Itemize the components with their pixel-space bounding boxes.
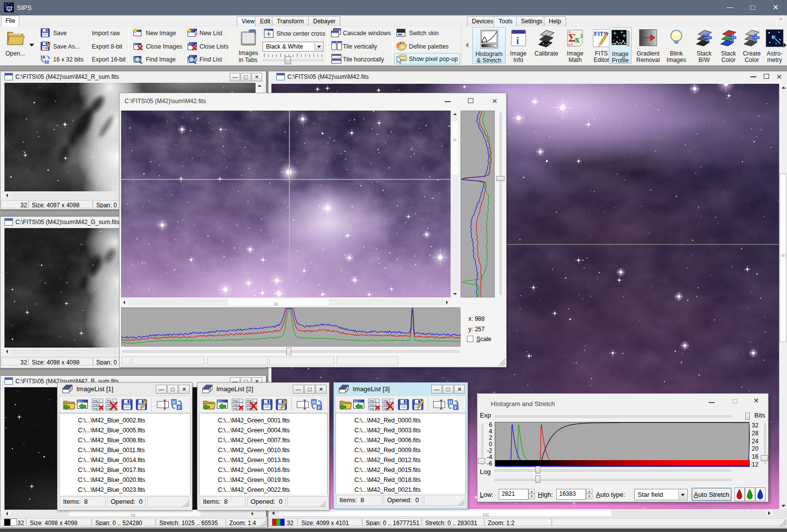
svg-text:img 2: img 2	[233, 403, 240, 406]
svg-text:F: F	[178, 405, 181, 410]
svg-text:img 1: img 1	[93, 399, 100, 402]
svg-text:F: F	[455, 405, 458, 410]
svg-text:img 3: img 3	[370, 407, 376, 410]
svg-text:...: ...	[158, 403, 161, 407]
svg-text:2: 2	[580, 33, 583, 39]
svg-text:x: x	[575, 35, 580, 45]
svg-text:img 1: img 1	[384, 399, 390, 402]
svg-text:img 2: img 2	[370, 403, 376, 406]
svg-text:img 3: img 3	[233, 407, 240, 410]
svg-text:32: 32	[44, 59, 49, 64]
svg-text:n: n	[569, 30, 571, 34]
svg-text:img 1: img 1	[247, 399, 254, 402]
svg-text:...: ...	[434, 403, 438, 407]
svg-text:img 1: img 1	[233, 399, 240, 402]
svg-text:img 1: img 1	[107, 399, 114, 402]
svg-text:...: ...	[298, 403, 301, 407]
svg-text:i: i	[516, 34, 519, 47]
svg-text:F: F	[318, 405, 321, 410]
svg-text:16: 16	[40, 55, 45, 59]
svg-text:img 2: img 2	[93, 403, 100, 406]
svg-text:H: H	[172, 400, 176, 405]
svg-text:H: H	[312, 400, 316, 405]
svg-text:i=1: i=1	[568, 43, 573, 47]
svg-text:img 3: img 3	[93, 407, 100, 410]
svg-text:img 1: img 1	[370, 399, 376, 402]
svg-text:H: H	[449, 400, 452, 405]
